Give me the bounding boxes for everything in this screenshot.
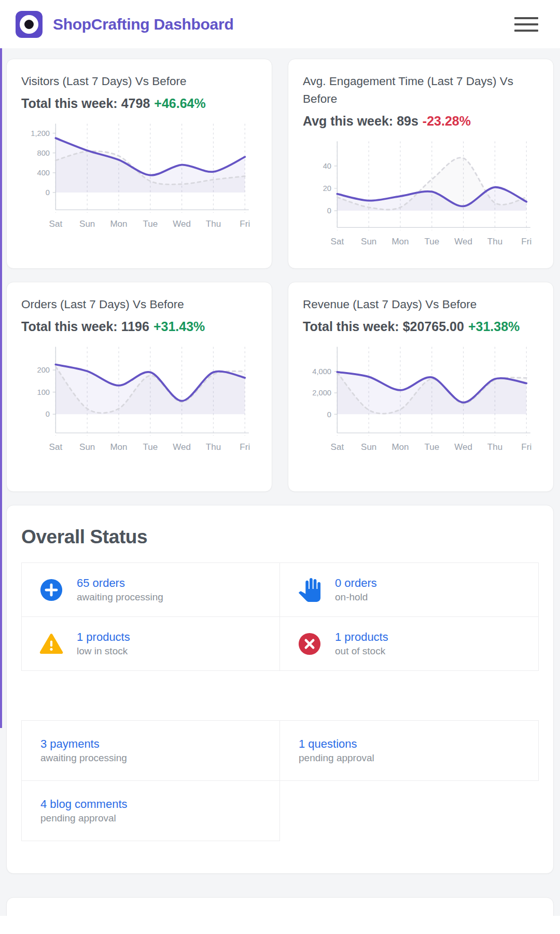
orders-line-chart: 0100200SatSunMonTueWedThuFri [21,342,257,458]
svg-text:0: 0 [327,410,331,418]
svg-text:Fri: Fri [240,442,250,451]
svg-text:400: 400 [37,169,50,177]
status-sub: out of stock [335,645,388,657]
status-link[interactable]: 1 products [77,630,130,644]
svg-text:Wed: Wed [173,218,191,228]
svg-text:Tue: Tue [424,236,439,246]
overall-status-title: Overall Status [21,526,539,548]
status-sub: pending approval [299,752,374,764]
status-item-empty [280,781,539,841]
hamburger-menu-icon[interactable] [514,15,538,34]
svg-text:2,000: 2,000 [312,389,331,397]
svg-text:Wed: Wed [454,442,472,451]
svg-text:Tue: Tue [143,218,158,228]
hand-icon [298,578,321,602]
delta-badge: +46.64% [154,96,205,111]
chart-title: Revenue (Last 7 Days) Vs Before [303,296,539,313]
engagement-line-chart: 02040SatSunMonTueWedThuFri [303,136,539,252]
shopcrafting-logo-icon [16,11,43,38]
viewport-bottom-strip [0,916,560,934]
svg-text:20: 20 [323,184,331,193]
svg-text:Sun: Sun [79,218,95,228]
delta-badge: -23.28% [423,114,471,128]
chart-card-visitors: Visitors (Last 7 Days) Vs Before Total t… [6,59,272,269]
svg-text:Wed: Wed [454,236,472,246]
chart-card-revenue: Revenue (Last 7 Days) Vs Before Total th… [288,282,554,492]
warning-triangle-icon [39,632,63,656]
visitors-line-chart: 04008001,200SatSunMonTueWedThuFri [21,119,257,235]
chart-title: Avg. Engagement Time (Last 7 Days) Vs Be… [303,73,539,108]
svg-text:100: 100 [37,388,50,396]
status-sub: pending approval [40,813,128,824]
delta-badge: +31.38% [468,319,520,334]
status-link[interactable]: 1 questions [299,737,374,751]
status-link[interactable]: 3 payments [40,737,127,751]
svg-text:Fri: Fri [240,218,250,228]
svg-text:Mon: Mon [110,442,127,451]
svg-text:Thu: Thu [206,442,221,451]
status-item-awaiting-orders: 65 orders awaiting processing [21,562,280,617]
revenue-line-chart: 02,0004,000SatSunMonTueWedThuFri [303,342,539,458]
delta-badge: +31.43% [153,319,205,334]
total-label: Total this week: [21,96,118,111]
total-value: $20765.00 [403,319,464,334]
chart-title: Orders (Last 7 Days) Vs Before [21,296,257,313]
status-link[interactable]: 4 blog comments [40,798,128,811]
x-circle-icon [298,632,321,656]
svg-text:800: 800 [37,149,50,157]
left-scrollbar[interactable] [0,48,2,728]
status-item-low-stock: 1 products low in stock [21,617,280,671]
total-label: Total this week: [303,319,399,334]
app-header: ShopCrafting Dashboard [0,0,560,48]
svg-text:Sat: Sat [331,236,344,246]
svg-text:200: 200 [37,366,50,374]
status-item-out-of-stock: 1 products out of stock [280,617,539,671]
status-sub: low in stock [77,645,130,657]
total-label: Total this week: [21,319,118,334]
svg-text:Tue: Tue [424,442,439,451]
svg-text:Mon: Mon [110,218,127,228]
status-link[interactable]: 1 products [335,630,388,644]
svg-text:1,200: 1,200 [31,129,50,138]
svg-text:Sun: Sun [361,442,376,451]
svg-text:Mon: Mon [391,236,409,246]
status-table-primary: 65 orders awaiting processing 0 orders o… [21,562,539,671]
total-value: 1196 [121,319,149,334]
status-sub: awaiting processing [40,752,127,764]
status-item-questions: 1 questions pending approval [280,720,539,781]
svg-text:Wed: Wed [173,442,191,451]
status-link[interactable]: 0 orders [335,576,377,590]
chart-card-engagement: Avg. Engagement Time (Last 7 Days) Vs Be… [288,59,554,269]
svg-text:0: 0 [46,410,50,418]
status-sub: on-hold [335,592,377,603]
svg-text:Fri: Fri [521,442,531,451]
chart-total: Total this week:4798+46.64% [21,94,257,113]
chart-card-orders: Orders (Last 7 Days) Vs Before Total thi… [6,282,272,492]
svg-text:Fri: Fri [521,236,531,246]
status-link[interactable]: 65 orders [77,576,163,590]
app-title: ShopCrafting Dashboard [53,16,233,33]
svg-text:4,000: 4,000 [312,367,331,376]
svg-text:Thu: Thu [487,236,502,246]
svg-text:Thu: Thu [206,218,221,228]
status-table-secondary: 3 payments awaiting processing 1 questio… [21,720,539,841]
charts-grid: Visitors (Last 7 Days) Vs Before Total t… [6,59,554,492]
status-item-blog-comments: 4 blog comments pending approval [21,781,280,841]
svg-text:Sun: Sun [361,236,376,246]
overall-status-card: Overall Status 65 orders awaiting proces… [6,505,554,874]
status-item-onhold-orders: 0 orders on-hold [280,562,539,617]
svg-text:Tue: Tue [143,442,158,451]
chart-title: Visitors (Last 7 Days) Vs Before [21,73,257,90]
plus-circle-icon [39,578,63,602]
total-value: 89s [397,114,418,128]
total-label: Avg this week: [303,114,393,128]
svg-text:Sun: Sun [79,442,95,451]
chart-total: Total this week:1196+31.43% [21,318,257,336]
svg-text:Sat: Sat [49,442,63,451]
svg-text:0: 0 [46,188,50,197]
svg-text:Thu: Thu [487,442,502,451]
svg-text:Mon: Mon [391,442,409,451]
total-value: 4798 [121,96,150,111]
svg-text:40: 40 [323,162,331,170]
status-item-payments: 3 payments awaiting processing [21,720,280,781]
